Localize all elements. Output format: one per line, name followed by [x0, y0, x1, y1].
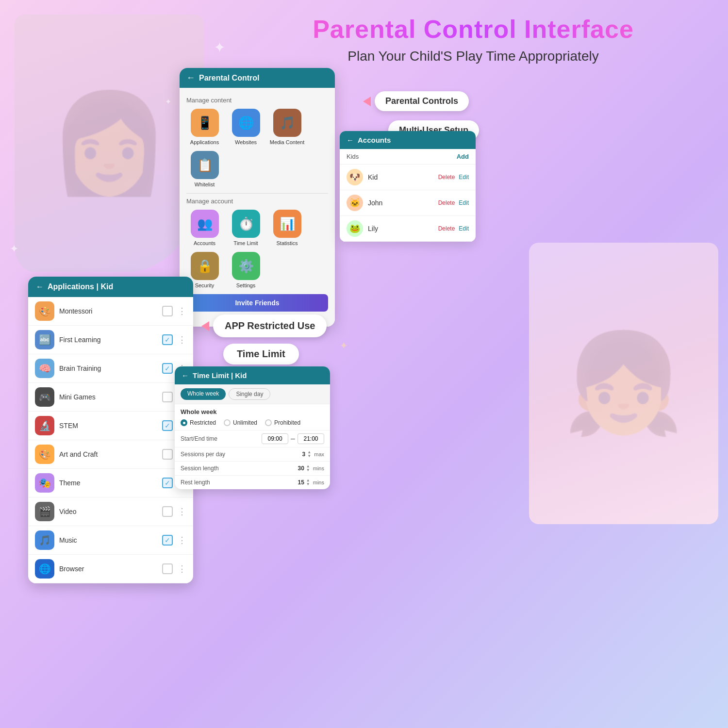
settings-icon: ⚙️ [232, 252, 260, 280]
john-avatar: 🐱 [347, 195, 363, 211]
kids-label: Kids [347, 153, 359, 160]
mini-games-icon: 🎮 [35, 387, 54, 407]
browser-name: Browser [59, 565, 157, 573]
first-learning-name: First Learning [59, 336, 157, 344]
restricted-label: Restricted [190, 419, 216, 426]
accounts-icon-item[interactable]: 👥 Accounts [186, 210, 223, 246]
accounts-panel: ← Accounts Kids Add 🐶 Kid Delete Edit 🐱 … [340, 131, 476, 242]
theme-checkbox[interactable]: ✓ [162, 478, 173, 488]
whitelist-grid: 📋 Whitelist [186, 151, 328, 187]
rest-length-arrows[interactable]: ▲ ▼ [306, 479, 310, 486]
stem-name: STEM [59, 422, 157, 430]
applications-label: Applications [190, 139, 219, 145]
account-row-lily: 🐸 Lily Delete Edit [340, 216, 476, 242]
app-row-first-learning: 🔤 First Learning ✓ ⋮ [28, 326, 193, 354]
rest-length-down-arrow[interactable]: ▼ [306, 482, 310, 486]
kid-delete-button[interactable]: Delete [438, 174, 455, 181]
parental-control-header: ← Parental Control [180, 68, 335, 88]
end-time-input[interactable] [298, 433, 324, 444]
start-time-input[interactable] [262, 433, 288, 444]
unlimited-label: Unlimited [233, 419, 257, 426]
unlimited-option[interactable]: Unlimited [224, 419, 257, 426]
first-learning-checkbox[interactable]: ✓ [162, 334, 173, 345]
theme-icon: 🎭 [35, 473, 54, 493]
media-content-icon-item[interactable]: 🎵 Media Content [269, 109, 305, 145]
sessions-arrows[interactable]: ▲ ▼ [307, 450, 311, 458]
lily-delete-button[interactable]: Delete [438, 225, 455, 232]
video-checkbox[interactable] [162, 506, 173, 517]
sessions-down-arrow[interactable]: ▼ [307, 454, 311, 458]
unlimited-radio[interactable] [224, 419, 231, 426]
tab-single-day[interactable]: Single day [229, 388, 270, 400]
first-learning-menu[interactable]: ⋮ [178, 334, 186, 345]
session-length-row: Session length 30 ▲ ▼ mins [175, 461, 330, 475]
kid-edit-button[interactable]: Edit [459, 174, 469, 181]
browser-menu[interactable]: ⋮ [178, 563, 186, 574]
prohibited-option[interactable]: Prohibited [265, 419, 300, 426]
media-content-icon: 🎵 [273, 109, 301, 137]
time-limit-back-arrow[interactable]: ← [182, 371, 189, 380]
websites-icon-item[interactable]: 🌐 Websites [228, 109, 264, 145]
websites-icon: 🌐 [232, 109, 260, 137]
art-craft-checkbox[interactable] [162, 449, 173, 460]
restricted-option[interactable]: Restricted [181, 419, 216, 426]
time-dash: – [291, 434, 295, 443]
stem-checkbox[interactable]: ✓ [162, 420, 173, 431]
sparkle-5: ✦ [340, 340, 348, 351]
start-end-time-row: Start/End time – [175, 430, 330, 447]
applications-panel-title: Applications | Kid [48, 282, 113, 291]
music-menu[interactable]: ⋮ [178, 535, 186, 546]
sparkle-4: ✦ [165, 97, 171, 106]
john-edit-button[interactable]: Edit [459, 199, 469, 206]
app-row-theme: 🎭 Theme ✓ ⋮ [28, 469, 193, 497]
statistics-icon-item[interactable]: 📊 Statistics [269, 210, 305, 246]
security-icon: 🔒 [191, 252, 219, 280]
rest-length-row: Rest length 15 ▲ ▼ mins [175, 475, 330, 489]
apps-back-arrow[interactable]: ← [36, 282, 44, 291]
music-checkbox[interactable]: ✓ [162, 535, 173, 546]
add-user-button[interactable]: Add [457, 153, 469, 160]
main-title: Parental Control Interface [243, 15, 704, 44]
invite-friends-button[interactable]: Invite Friends [186, 294, 328, 312]
app-row-art-craft: 🎨 Art and Craft ⋮ [28, 440, 193, 469]
whitelist-icon-item[interactable]: 📋 Whitelist [186, 151, 223, 187]
app-row-montessori: 🎨 Montessori ⋮ [28, 297, 193, 326]
time-limit-bubble-label: Time Limit [223, 344, 299, 364]
back-arrow-icon[interactable]: ← [186, 73, 195, 83]
accounts-title: Accounts [358, 136, 391, 144]
app-row-music: 🎵 Music ✓ ⋮ [28, 526, 193, 555]
john-delete-button[interactable]: Delete [438, 199, 455, 206]
browser-checkbox[interactable] [162, 563, 173, 574]
montessori-checkbox[interactable] [162, 306, 173, 316]
app-restricted-label: APP Restricted Use [213, 314, 327, 337]
brain-training-icon: 🧠 [35, 359, 54, 378]
app-row-video: 🎬 Video ⋮ [28, 497, 193, 526]
session-length-arrows[interactable]: ▲ ▼ [306, 464, 310, 472]
parental-control-panel: ← Parental Control Manage content 📱 Appl… [180, 68, 335, 327]
accounts-back-arrow[interactable]: ← [347, 136, 354, 144]
restricted-radio[interactable] [181, 419, 187, 426]
tab-whole-week[interactable]: Whole week [181, 388, 226, 400]
video-menu[interactable]: ⋮ [178, 506, 186, 517]
brain-training-checkbox[interactable]: ✓ [162, 363, 173, 374]
kid-actions: Delete Edit [438, 174, 469, 181]
mini-games-checkbox[interactable] [162, 392, 173, 402]
browser-icon: 🌐 [35, 559, 54, 579]
restriction-options: Restricted Unlimited Prohibited [175, 417, 330, 430]
prohibited-radio[interactable] [265, 419, 272, 426]
sessions-unit: max [314, 451, 324, 457]
applications-icon-item[interactable]: 📱 Applications [186, 109, 223, 145]
john-actions: Delete Edit [438, 199, 469, 206]
app-row-browser: 🌐 Browser ⋮ [28, 555, 193, 583]
lily-edit-button[interactable]: Edit [459, 225, 469, 232]
sessions-per-day-value: 3 [302, 451, 306, 458]
accounts-label: Accounts [194, 240, 215, 246]
time-limit-icon-item[interactable]: ⏱️ Time Limit [228, 210, 264, 246]
montessori-menu[interactable]: ⋮ [178, 306, 186, 316]
session-length-value: 30 [298, 465, 304, 472]
montessori-name: Montessori [59, 307, 157, 315]
media-content-label: Media Content [270, 139, 305, 145]
settings-icon-item[interactable]: ⚙️ Settings [228, 252, 264, 288]
parental-control-title: Parental Control [199, 74, 259, 83]
session-length-down-arrow[interactable]: ▼ [306, 468, 310, 472]
